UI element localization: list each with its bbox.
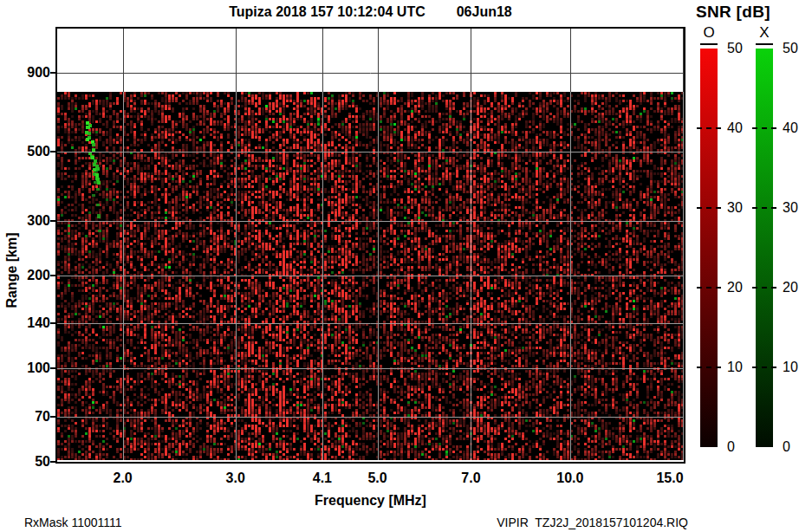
colorbar-tick-label: 0	[783, 439, 799, 455]
colorbar-title: SNR [dB]	[696, 3, 770, 22]
y-tick-mark	[50, 151, 57, 152]
colorbar-tick-label: 50	[727, 41, 758, 56]
colorbar-tick-label: 0	[727, 439, 758, 455]
y-tick-label: 500	[9, 144, 50, 159]
y-tick-label: 300	[9, 213, 50, 229]
colorbar-tick-dash	[697, 127, 721, 129]
colorbar-x-label: X	[756, 24, 773, 45]
plot-date: 06Jun18	[457, 4, 512, 20]
y-tick-label: 100	[9, 360, 50, 376]
y-tick-label: 200	[9, 268, 50, 283]
y-tick-mark	[50, 275, 57, 276]
y-tick-label: 900	[9, 65, 50, 81]
plot-title: Tupiza 2018 157 10:12:04 UTC	[229, 4, 425, 20]
colorbar-tick-label: 20	[783, 280, 799, 295]
colorbar-o-label: O	[700, 24, 718, 45]
colorbar-tick-dash	[752, 127, 776, 129]
y-tick-label: 50	[9, 454, 50, 470]
x-axis-label: Frequency [MHz]	[57, 493, 684, 509]
y-tick-mark	[50, 367, 57, 369]
x-tick-label: 4.1	[301, 470, 344, 486]
y-tick-label: 140	[9, 315, 50, 331]
x-tick-label: 5.0	[356, 470, 400, 486]
x-tick-label: 2.0	[101, 470, 145, 486]
y-tick-mark	[50, 416, 57, 418]
source-filename-text: VIPIR TZJ2J_2018157101204.RIQ	[497, 516, 688, 529]
colorbar-tick-dash	[697, 207, 721, 209]
y-tick-mark	[50, 461, 57, 463]
x-tick-label: 7.0	[449, 470, 492, 486]
y-tick-mark	[50, 72, 57, 74]
ionogram-heatmap-canvas	[57, 29, 684, 462]
x-tick-label: 10.0	[549, 470, 592, 486]
colorbar-o	[700, 49, 718, 447]
x-tick-label: 3.0	[214, 470, 257, 486]
colorbar-tick-label: 10	[783, 360, 799, 375]
colorbar-tick-dash	[752, 287, 776, 289]
x-tick-label: 15.0	[648, 470, 692, 486]
colorbar-tick-dash	[697, 367, 721, 368]
colorbar-tick-dash	[752, 367, 776, 368]
colorbar-tick-dash	[752, 207, 776, 209]
rxmask-status-text: RxMask 11001111	[24, 516, 122, 529]
colorbar-tick-dash	[697, 287, 721, 289]
y-tick-label: 70	[9, 409, 50, 425]
colorbar-x	[756, 49, 773, 447]
colorbar-tick-label: 50	[783, 41, 799, 56]
plot-frame	[55, 27, 685, 464]
title-row: Tupiza 2018 157 10:12:04 UTC06Jun18	[57, 4, 684, 20]
colorbar-tick-label: 40	[783, 120, 799, 136]
y-tick-mark	[50, 220, 57, 222]
colorbar-tick-label: 30	[783, 200, 799, 216]
ionogram-figure: Tupiza 2018 157 10:12:04 UTC06Jun18 SNR …	[0, 0, 799, 532]
y-tick-mark	[50, 322, 57, 324]
